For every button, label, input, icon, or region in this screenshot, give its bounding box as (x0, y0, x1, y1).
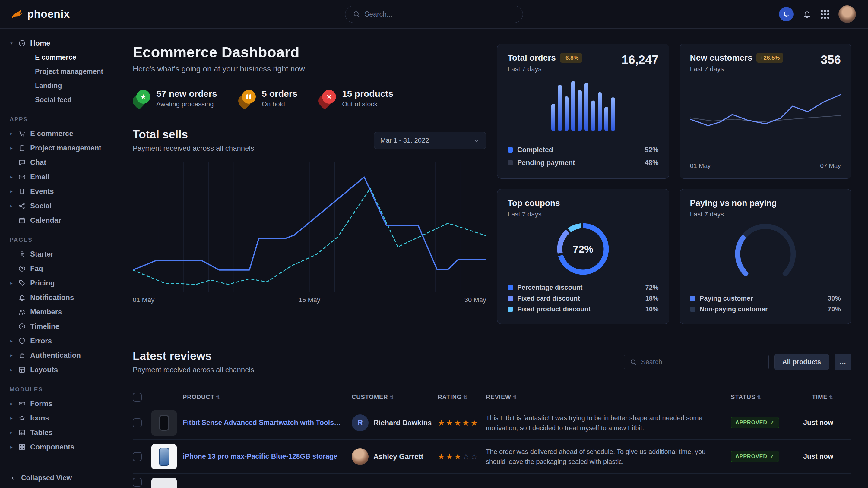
sidebar-item-label: Starter (30, 250, 53, 258)
sidebar-item-e-commerce[interactable]: E commerce (9, 50, 110, 65)
sidebar-item-project-management[interactable]: Project management (9, 65, 110, 79)
latest-reviews-subtitle: Payment received across all channels (133, 366, 254, 374)
sidebar-item-calendar[interactable]: Calendar (9, 213, 110, 228)
sidebar-item-label: E commerce (30, 129, 73, 138)
theme-toggle-button[interactable] (779, 7, 794, 22)
caret-right-icon: ▸ (9, 444, 14, 450)
sidebar-item-layouts[interactable]: ▸Layouts (9, 363, 110, 377)
stat-label: Awating processing (156, 100, 217, 108)
pause-icon (242, 90, 256, 104)
column-header-time[interactable]: TIME (797, 394, 851, 400)
total-orders-value: 16,247 (622, 53, 658, 67)
collapsed-view-toggle[interactable]: Collapsed View (0, 467, 115, 488)
sidebar-item-timeline[interactable]: Timeline (9, 319, 110, 334)
total-orders-bar-chart (551, 78, 615, 132)
latest-reviews-title: Latest reviews (133, 350, 254, 363)
sidebar-item-label: Email (30, 173, 50, 181)
sidebar-item-social-feed[interactable]: Social feed (9, 93, 110, 107)
sidebar-item-events[interactable]: ▸Events (9, 184, 110, 199)
sidebar-item-errors[interactable]: ▸Errors (9, 334, 110, 348)
select-all-checkbox[interactable] (133, 393, 142, 402)
review-row: iPhone 13 pro max-Pacific Blue-128GB sto… (133, 440, 851, 474)
sidebar-item-notifications[interactable]: Notifications (9, 290, 110, 305)
sidebar-item-tables[interactable]: ▸Tables (9, 425, 110, 440)
caret-right-icon: ▸ (9, 131, 14, 136)
caret-down-icon: ▾ (9, 40, 14, 46)
caret-right-icon: ▸ (9, 338, 14, 344)
column-header-status[interactable]: STATUS (731, 394, 797, 400)
trend-badge: -6.8% (560, 53, 582, 63)
sidebar-section-title: APPS (10, 116, 110, 123)
x-tick: 30 May (464, 296, 486, 304)
sidebar-item-e-commerce[interactable]: ▸E commerce (9, 126, 110, 141)
more-options-button[interactable]: ... (835, 354, 851, 370)
sidebar-item-project-management[interactable]: ▸Project management (9, 141, 110, 155)
customer-cell[interactable]: RRichard Dawkins (352, 415, 438, 431)
sidebar-item-email[interactable]: ▸Email (9, 170, 110, 184)
notifications-button[interactable] (803, 10, 812, 19)
column-header-customer[interactable]: CUSTOMER (352, 394, 438, 400)
column-header-product[interactable]: PRODUCT (183, 394, 352, 400)
legend-label: Fixed card discount (517, 294, 580, 302)
total-sells-title: Total sells (133, 128, 254, 141)
sidebar-item-icons[interactable]: ▸Icons (9, 411, 110, 425)
total-sells-subtitle: Payment received across all channels (133, 144, 254, 153)
stat-new-orders: ★ 57 new orders Awating processing (133, 89, 217, 108)
review-row (133, 474, 851, 488)
all-products-filter-button[interactable]: All products (774, 354, 829, 370)
rating-stars: ★★★★★ (438, 418, 486, 428)
caret-right-icon: ▸ (9, 280, 14, 286)
column-header-review[interactable]: REVIEW (486, 394, 731, 400)
row-checkbox[interactable] (133, 478, 142, 487)
sidebar-item-label: Chat (30, 158, 46, 167)
sidebar-item-pricing[interactable]: ▸Pricing (9, 276, 110, 290)
new-customers-card: New customers +26.5% Last 7 days 356 01 … (680, 44, 852, 179)
sidebar-item-starter[interactable]: Starter (9, 247, 110, 261)
apps-grid-button[interactable] (820, 10, 829, 19)
legend-item: Fixed product discount 10% (507, 304, 659, 315)
legend-swatch (690, 306, 695, 312)
sidebar-item-chat[interactable]: Chat (9, 155, 110, 170)
sidebar-item-social[interactable]: ▸Social (9, 199, 110, 213)
search-icon (630, 358, 637, 366)
sidebar-item-faq[interactable]: Faq (9, 261, 110, 276)
row-checkbox[interactable] (133, 418, 142, 427)
customer-cell[interactable]: Ashley Garrett (352, 448, 438, 465)
review-row: Fitbit Sense Advanced Smartwatch with To… (133, 406, 851, 440)
date-range-select[interactable]: Mar 1 - 31, 2022 (374, 132, 486, 149)
row-checkbox[interactable] (133, 452, 142, 461)
product-link[interactable]: Fitbit Sense Advanced Smartwatch with To… (183, 419, 352, 427)
sidebar-item-members[interactable]: Members (9, 305, 110, 319)
card-period: Last 7 days (690, 210, 777, 218)
reviews-table: PRODUCT CUSTOMER RATING REVIEW STATUS TI… (133, 389, 851, 488)
status-badge: APPROVED ✓ (731, 451, 779, 462)
sidebar-nav: ▾ Home E commerceProject managementLandi… (0, 29, 115, 467)
sidebar-item-authentication[interactable]: ▸Authentication (9, 348, 110, 363)
envelope-icon (18, 173, 26, 181)
legend-item: Percentage discount 72% (507, 282, 659, 293)
clock-icon (18, 323, 26, 330)
product-thumbnail (151, 478, 177, 488)
caret-right-icon: ▸ (9, 174, 14, 180)
card-title: New customers (690, 53, 752, 63)
collapsed-view-label: Collapsed View (21, 474, 72, 482)
sidebar-item-label: Events (30, 187, 54, 196)
legend-value: 18% (645, 294, 658, 302)
sidebar-item-home[interactable]: ▾ Home (9, 36, 110, 50)
sidebar-item-forms[interactable]: ▸Forms (9, 396, 110, 411)
top-coupons-card: Top coupons Last 7 days 72% Percentage d… (497, 189, 669, 324)
reviews-search-input[interactable] (641, 358, 763, 366)
phoenix-logo-icon[interactable] (10, 7, 23, 21)
global-search-input[interactable] (365, 10, 516, 19)
brand-name[interactable]: phoenix (27, 8, 70, 21)
column-header-rating[interactable]: RATING (438, 394, 486, 400)
legend-swatch (507, 306, 513, 312)
sidebar-item-components[interactable]: ▸Components (9, 440, 110, 454)
review-time: Just now (797, 419, 851, 427)
product-link[interactable]: iPhone 13 pro max-Pacific Blue-128GB sto… (183, 452, 352, 461)
x-tick: 01 May (133, 296, 154, 304)
page-subtitle: Here's what's going on at your business … (133, 64, 486, 73)
sidebar-item-landing[interactable]: Landing (9, 79, 110, 93)
caret-right-icon: ▸ (9, 203, 14, 208)
user-avatar[interactable] (838, 5, 856, 23)
